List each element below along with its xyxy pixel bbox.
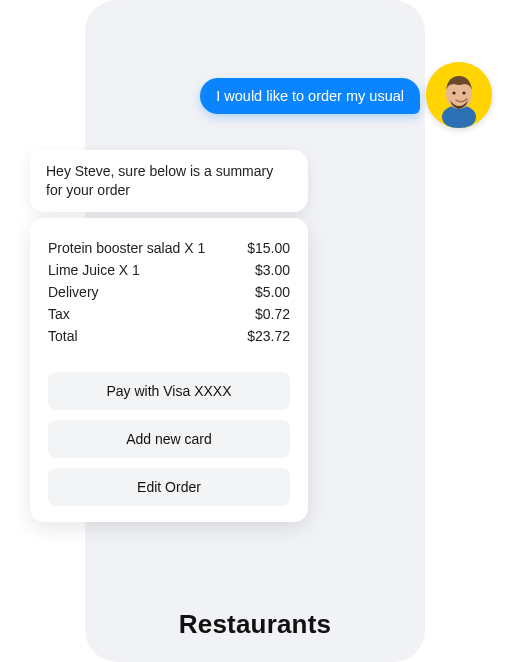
avatar-icon [426, 62, 492, 128]
svg-point-4 [462, 91, 465, 94]
line-label: Protein booster salad X 1 [48, 240, 205, 256]
svg-point-3 [452, 91, 455, 94]
edit-order-button[interactable]: Edit Order [48, 468, 290, 506]
user-message-bubble: I would like to order my usual [200, 78, 420, 114]
order-line: Lime Juice X 1 $3.00 [48, 262, 290, 278]
order-line: Total $23.72 [48, 328, 290, 344]
line-label: Delivery [48, 284, 99, 300]
order-lines: Protein booster salad X 1 $15.00 Lime Ju… [48, 240, 290, 344]
line-price: $0.72 [255, 306, 290, 322]
order-line: Tax $0.72 [48, 306, 290, 322]
bot-message-bubble: Hey Steve, sure below is a summary for y… [30, 150, 308, 212]
order-line: Protein booster salad X 1 $15.00 [48, 240, 290, 256]
stage: Restaurants I would like to order my usu… [0, 0, 510, 662]
add-card-button[interactable]: Add new card [48, 420, 290, 458]
line-price: $15.00 [247, 240, 290, 256]
line-label: Total [48, 328, 78, 344]
order-summary-card: Protein booster salad X 1 $15.00 Lime Ju… [30, 218, 308, 522]
line-price: $5.00 [255, 284, 290, 300]
order-buttons: Pay with Visa XXXX Add new card Edit Ord… [48, 372, 290, 506]
line-price: $23.72 [247, 328, 290, 344]
line-price: $3.00 [255, 262, 290, 278]
line-label: Lime Juice X 1 [48, 262, 140, 278]
page-title: Restaurants [85, 609, 425, 640]
order-line: Delivery $5.00 [48, 284, 290, 300]
user-avatar[interactable] [426, 62, 492, 128]
line-label: Tax [48, 306, 70, 322]
pay-button[interactable]: Pay with Visa XXXX [48, 372, 290, 410]
